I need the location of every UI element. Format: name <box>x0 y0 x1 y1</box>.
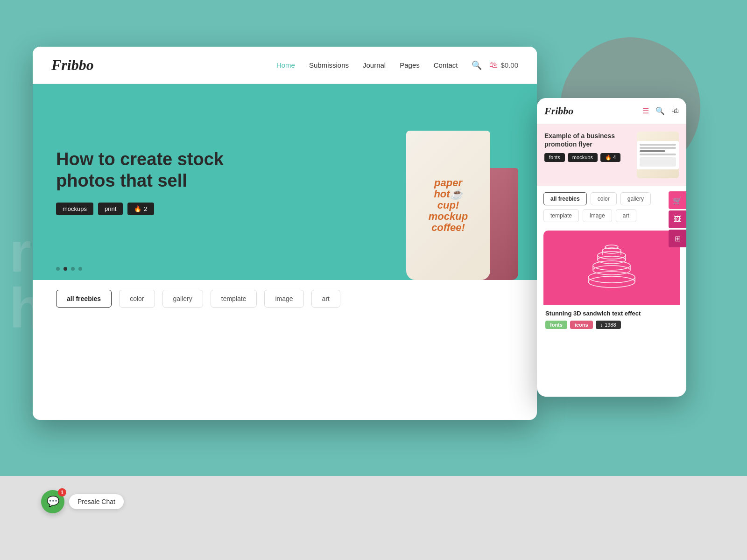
mobile-hero-card: Example of a business promotion flyer fo… <box>537 124 686 186</box>
desktop-hero: How to create stock photos that sell moc… <box>33 84 537 280</box>
hero-image: paperHot☕cup!Mockupcoffee! <box>359 84 537 280</box>
mobile-nav: Fribbo ☰ 🔍 🛍 <box>537 98 686 124</box>
mobile-tag-fire[interactable]: 🔥 4 <box>600 153 620 162</box>
chat-label[interactable]: Presale Chat <box>69 494 124 509</box>
nav-link-contact[interactable]: Contact <box>434 61 458 69</box>
mobile-product-card: Stunning 3D sandwich text effect fonts i… <box>543 231 680 331</box>
dot-4[interactable] <box>78 267 82 271</box>
mobile-filter-art[interactable]: art <box>616 209 636 222</box>
tag-mockups[interactable]: mockups <box>56 203 93 215</box>
cup-text: paperHot☕cup!Mockupcoffee! <box>429 177 468 234</box>
mobile-card-info: Stunning 3D sandwich text effect fonts i… <box>543 305 680 331</box>
desktop-filter-bar: all freebies color gallery template imag… <box>33 280 537 317</box>
mobile-card-title: Stunning 3D sandwich text effect <box>545 310 678 317</box>
desktop-nav: Fribbo Home Submissions Journal Pages Co… <box>33 47 537 84</box>
filter-art[interactable]: art <box>311 290 340 308</box>
mobile-mockup: Fribbo ☰ 🔍 🛍 Example of a business promo… <box>537 98 686 397</box>
mobile-filter-color[interactable]: color <box>591 192 617 205</box>
mobile-sidebar-image[interactable]: 🖼 <box>669 210 686 228</box>
svg-point-0 <box>588 276 635 287</box>
mobile-filter-image[interactable]: image <box>583 209 612 222</box>
hero-content: How to create stock photos that sell moc… <box>33 130 247 234</box>
mobile-hero-img <box>637 132 679 178</box>
tag-print[interactable]: print <box>98 203 123 215</box>
cup-main: paperHot☕cup!Mockupcoffee! <box>406 131 490 280</box>
sandwich-3d-svg <box>579 242 644 294</box>
mobile-filter-all-freebies[interactable]: all freebies <box>543 192 587 205</box>
filter-gallery[interactable]: gallery <box>162 290 203 308</box>
mobile-filter-template[interactable]: template <box>543 209 579 222</box>
search-icon[interactable]: 🔍 <box>472 60 482 70</box>
filter-color[interactable]: color <box>119 290 155 308</box>
chat-badge: 1 <box>58 488 66 497</box>
bg-bottom <box>0 476 747 560</box>
nav-link-home[interactable]: Home <box>276 61 295 69</box>
mobile-logo[interactable]: Fribbo <box>544 105 642 117</box>
mobile-cart-icon[interactable]: 🛍 <box>671 106 679 115</box>
mobile-filter-gallery[interactable]: gallery <box>620 192 651 205</box>
mobile-nav-icons: ☰ 🔍 🛍 <box>642 106 679 115</box>
tag-fire[interactable]: 🔥 2 <box>127 203 154 215</box>
hero-title: How to create stock photos that sell <box>56 149 224 191</box>
download-icon: ↓ <box>600 322 603 328</box>
mobile-card-download-count[interactable]: ↓ 1988 <box>596 321 621 329</box>
desktop-nav-links: Home Submissions Journal Pages Contact <box>276 61 458 69</box>
mobile-card-image <box>543 231 680 305</box>
mobile-filter-row2: template image art <box>543 209 680 222</box>
mobile-sidebar-layout[interactable]: ⊞ <box>669 230 686 247</box>
nav-link-journal[interactable]: Journal <box>363 61 386 69</box>
dot-1[interactable] <box>56 267 60 271</box>
mobile-search-icon[interactable]: 🔍 <box>655 106 665 115</box>
mobile-hero-title: Example of a business promotion flyer <box>544 132 632 148</box>
mobile-card-tag-icons[interactable]: icons <box>570 321 593 329</box>
chat-button-area[interactable]: 💬 1 Presale Chat <box>41 490 124 513</box>
desktop-mockup: Fribbo Home Submissions Journal Pages Co… <box>33 47 537 420</box>
filter-image[interactable]: image <box>264 290 303 308</box>
mobile-sidebar: 🛒 🖼 ⊞ <box>669 191 686 249</box>
filter-template[interactable]: template <box>211 290 257 308</box>
chat-icon[interactable]: 💬 1 <box>41 490 64 513</box>
mobile-hero-tags: fonts mockups 🔥 4 <box>544 153 632 162</box>
desktop-logo[interactable]: Fribbo <box>51 56 276 74</box>
mobile-hero-text: Example of a business promotion flyer fo… <box>544 132 632 178</box>
mobile-card-tag-fonts[interactable]: fonts <box>545 321 567 329</box>
nav-link-submissions[interactable]: Submissions <box>309 61 349 69</box>
mobile-sidebar-cart[interactable]: 🛒 <box>669 191 686 209</box>
mobile-tag-mockups[interactable]: mockups <box>568 153 598 162</box>
dot-3[interactable] <box>71 267 75 271</box>
hero-dots <box>56 267 82 271</box>
svg-point-1 <box>588 272 635 283</box>
hero-tags: mockups print 🔥 2 <box>56 203 224 215</box>
nav-link-pages[interactable]: Pages <box>400 61 420 69</box>
cart-icon: 🛍 <box>489 60 498 70</box>
mobile-filter: all freebies color gallery template imag… <box>537 186 686 231</box>
mobile-card-tags: fonts icons ↓ 1988 <box>545 321 678 329</box>
svg-point-15 <box>605 245 618 249</box>
svg-point-9 <box>598 252 626 259</box>
nav-icons: 🔍 🛍 $0.00 <box>472 60 518 70</box>
filter-all-freebies[interactable]: all freebies <box>56 290 112 308</box>
cart-price: $0.00 <box>500 61 518 69</box>
svg-point-8 <box>598 256 626 264</box>
mobile-filter-row1: all freebies color gallery <box>543 192 680 205</box>
mobile-tag-fonts[interactable]: fonts <box>544 153 565 162</box>
dot-2[interactable] <box>63 267 67 271</box>
hamburger-icon[interactable]: ☰ <box>642 106 649 115</box>
cart-button[interactable]: 🛍 $0.00 <box>489 60 518 70</box>
